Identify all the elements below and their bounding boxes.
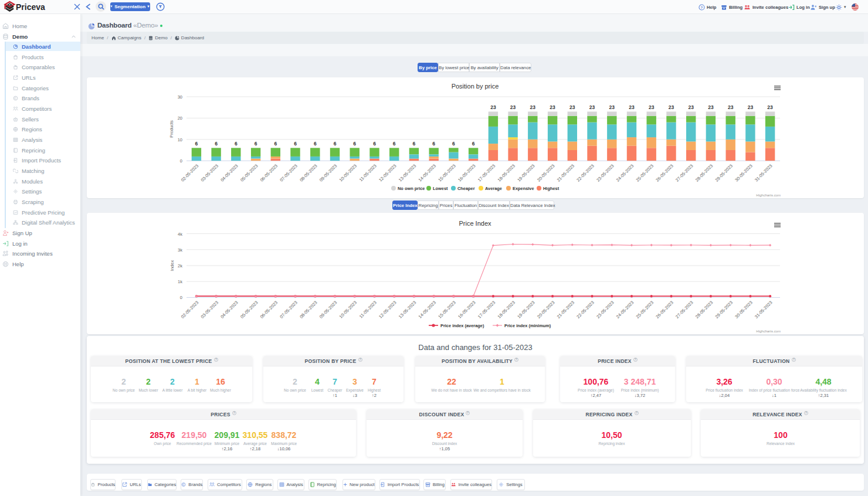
svg-text:Highcharts.com: Highcharts.com — [756, 193, 781, 197]
svg-text:23: 23 — [490, 104, 496, 110]
svg-text:23: 23 — [669, 104, 674, 110]
svg-text:05-05-2023: 05-05-2023 — [239, 300, 259, 319]
svg-text:Position by price: Position by price — [452, 83, 499, 90]
svg-text:20: 20 — [178, 115, 182, 121]
svg-text:6: 6 — [472, 141, 475, 147]
svg-text:23-05-2023: 23-05-2023 — [595, 163, 615, 182]
svg-text:?: ? — [467, 412, 469, 415]
svg-text:Cheaper: Cheaper — [457, 186, 475, 191]
svg-text:10-05-2023: 10-05-2023 — [338, 300, 358, 319]
svg-text:14-05-2023: 14-05-2023 — [418, 163, 437, 182]
svg-text:6: 6 — [215, 141, 218, 147]
svg-text:17-05-2023: 17-05-2023 — [477, 300, 496, 319]
svg-text:6: 6 — [255, 141, 257, 147]
svg-text:6: 6 — [274, 141, 277, 147]
svg-text:26-05-2023: 26-05-2023 — [655, 163, 674, 182]
svg-text:28-05-2023: 28-05-2023 — [694, 300, 714, 319]
svg-text:16-05-2023: 16-05-2023 — [457, 163, 476, 182]
svg-text:03-05-2023: 03-05-2023 — [200, 163, 219, 182]
svg-text:28-05-2023: 28-05-2023 — [694, 163, 714, 182]
svg-text:24-05-2023: 24-05-2023 — [615, 300, 635, 319]
svg-text:No own price: No own price — [398, 186, 425, 191]
svg-text:6: 6 — [393, 141, 396, 147]
svg-text:22-05-2023: 22-05-2023 — [575, 300, 595, 319]
svg-text:30: 30 — [178, 94, 182, 100]
svg-text:30-05-2023: 30-05-2023 — [734, 163, 753, 182]
svg-text:23: 23 — [767, 104, 773, 110]
svg-text:6: 6 — [235, 141, 238, 147]
svg-text:23: 23 — [728, 104, 734, 110]
svg-text:12-05-2023: 12-05-2023 — [378, 163, 397, 182]
svg-text:11-05-2023: 11-05-2023 — [358, 300, 378, 319]
svg-text:?: ? — [636, 412, 638, 415]
svg-text:6: 6 — [413, 141, 416, 147]
svg-text:23: 23 — [688, 104, 694, 110]
svg-text:?: ? — [360, 358, 361, 361]
svg-text:23: 23 — [510, 104, 516, 110]
svg-text:6: 6 — [195, 141, 198, 147]
svg-text:?: ? — [233, 412, 235, 415]
svg-text:23: 23 — [649, 104, 655, 110]
svg-text:?: ? — [215, 358, 217, 361]
svg-text:6: 6 — [294, 141, 297, 147]
svg-text:09-05-2023: 09-05-2023 — [318, 163, 338, 182]
svg-text:2k: 2k — [178, 263, 182, 269]
svg-text:23: 23 — [530, 104, 536, 110]
svg-text:18-05-2023: 18-05-2023 — [497, 163, 516, 182]
svg-text:4k: 4k — [178, 232, 182, 237]
svg-text:23: 23 — [589, 104, 595, 110]
svg-text:Price index (average): Price index (average) — [440, 323, 484, 328]
svg-text:15-05-2023: 15-05-2023 — [437, 300, 456, 319]
svg-text:17-05-2023: 17-05-2023 — [477, 163, 496, 182]
svg-text:02-05-2023: 02-05-2023 — [180, 163, 199, 182]
svg-text:10: 10 — [178, 137, 182, 142]
svg-text:25-05-2023: 25-05-2023 — [635, 300, 655, 319]
svg-text:23: 23 — [629, 104, 635, 110]
svg-text:?: ? — [793, 358, 795, 361]
svg-text:Price index (minimum): Price index (minimum) — [504, 323, 551, 328]
svg-text:23-05-2023: 23-05-2023 — [595, 300, 615, 319]
svg-text:Highcharts.com: Highcharts.com — [756, 329, 781, 333]
svg-text:3k: 3k — [178, 247, 182, 253]
svg-text:Average: Average — [485, 186, 502, 191]
svg-text:0: 0 — [180, 295, 182, 300]
svg-text:6: 6 — [432, 141, 435, 147]
svg-text:10-05-2023: 10-05-2023 — [338, 163, 358, 182]
svg-text:04-05-2023: 04-05-2023 — [219, 300, 239, 319]
svg-text:19-05-2023: 19-05-2023 — [516, 163, 535, 182]
svg-text:31-05-2023: 31-05-2023 — [754, 163, 773, 182]
svg-text:03-05-2023: 03-05-2023 — [200, 300, 219, 319]
svg-text:20-05-2023: 20-05-2023 — [536, 163, 555, 182]
svg-text:22-05-2023: 22-05-2023 — [575, 163, 595, 182]
svg-text:07-05-2023: 07-05-2023 — [279, 163, 298, 182]
svg-text:30-05-2023: 30-05-2023 — [734, 300, 753, 319]
svg-text:6: 6 — [353, 141, 356, 147]
svg-text:23: 23 — [609, 104, 615, 110]
svg-text:23: 23 — [708, 104, 714, 110]
svg-text:12-05-2023: 12-05-2023 — [378, 300, 397, 319]
svg-text:23: 23 — [748, 104, 754, 110]
svg-text:Lowest: Lowest — [433, 186, 448, 191]
svg-text:14-05-2023: 14-05-2023 — [418, 300, 437, 319]
svg-text:06-05-2023: 06-05-2023 — [259, 163, 279, 182]
svg-text:13-05-2023: 13-05-2023 — [398, 163, 417, 182]
svg-text:24-05-2023: 24-05-2023 — [615, 163, 635, 182]
svg-text:11-05-2023: 11-05-2023 — [358, 163, 378, 182]
svg-text:15-05-2023: 15-05-2023 — [437, 163, 456, 182]
svg-text:06-05-2023: 06-05-2023 — [259, 300, 279, 319]
svg-text:27-05-2023: 27-05-2023 — [674, 300, 694, 319]
svg-text:29-05-2023: 29-05-2023 — [714, 300, 734, 319]
svg-text:04-05-2023: 04-05-2023 — [219, 163, 239, 182]
svg-text:27-05-2023: 27-05-2023 — [674, 163, 694, 182]
svg-text:02-05-2023: 02-05-2023 — [180, 300, 199, 319]
svg-text:Index: Index — [169, 260, 175, 271]
svg-text:21-05-2023: 21-05-2023 — [556, 163, 575, 182]
svg-text:18-05-2023: 18-05-2023 — [497, 300, 516, 319]
svg-text:31-05-2023: 31-05-2023 — [754, 300, 773, 319]
svg-text:07-05-2023: 07-05-2023 — [279, 300, 298, 319]
svg-text:?: ? — [805, 412, 807, 415]
svg-text:16-05-2023: 16-05-2023 — [457, 300, 476, 319]
svg-text:Products: Products — [169, 120, 174, 138]
svg-text:23: 23 — [569, 104, 575, 110]
svg-text:08-05-2023: 08-05-2023 — [299, 163, 318, 182]
